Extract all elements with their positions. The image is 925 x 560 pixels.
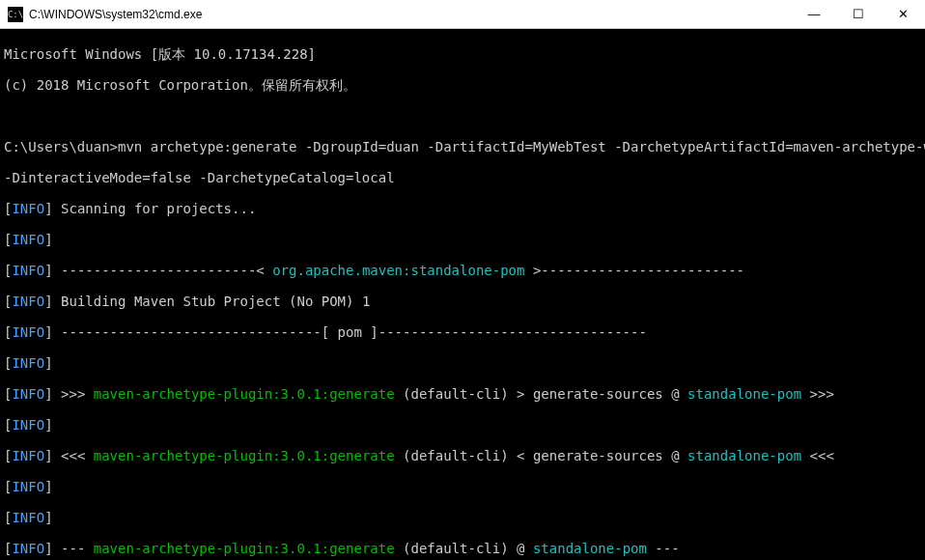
log-line: [INFO] bbox=[4, 479, 921, 494]
version-line: Microsoft Windows [版本 10.0.17134.228] bbox=[4, 46, 921, 62]
log-line: [INFO] --------------------------------[… bbox=[4, 324, 921, 340]
cmd-icon: C:\ bbox=[8, 7, 23, 22]
log-line: [INFO] ------------------------< org.apa… bbox=[4, 263, 921, 278]
log-line: [INFO] bbox=[4, 510, 921, 525]
copyright-line: (c) 2018 Microsoft Corporation。保留所有权利。 bbox=[4, 77, 921, 93]
blank-line bbox=[4, 108, 921, 124]
log-line: [INFO] >>> maven-archetype-plugin:3.0.1:… bbox=[4, 386, 921, 402]
command-line-1: C:\Users\duan>mvn archetype:generate -Dg… bbox=[4, 139, 921, 154]
terminal-output[interactable]: Microsoft Windows [版本 10.0.17134.228] (c… bbox=[0, 29, 925, 560]
close-button[interactable]: ✕ bbox=[881, 0, 925, 28]
log-line: [INFO] Scanning for projects... bbox=[4, 201, 921, 216]
window-titlebar: C:\ C:\WINDOWS\system32\cmd.exe — ☐ ✕ bbox=[0, 0, 925, 29]
log-line: [INFO] --- maven-archetype-plugin:3.0.1:… bbox=[4, 541, 921, 556]
window-title: C:\WINDOWS\system32\cmd.exe bbox=[29, 8, 792, 21]
minimize-button[interactable]: — bbox=[792, 0, 836, 28]
window-controls: — ☐ ✕ bbox=[792, 0, 925, 28]
log-line: [INFO] <<< maven-archetype-plugin:3.0.1:… bbox=[4, 448, 921, 463]
command-line-2: -DinteractiveMode=false -DarchetypeCatal… bbox=[4, 170, 921, 185]
log-line: [INFO] bbox=[4, 232, 921, 247]
log-line: [INFO] bbox=[4, 355, 921, 371]
log-line: [INFO] Building Maven Stub Project (No P… bbox=[4, 294, 921, 309]
maximize-button[interactable]: ☐ bbox=[836, 0, 881, 28]
log-line: [INFO] bbox=[4, 417, 921, 433]
